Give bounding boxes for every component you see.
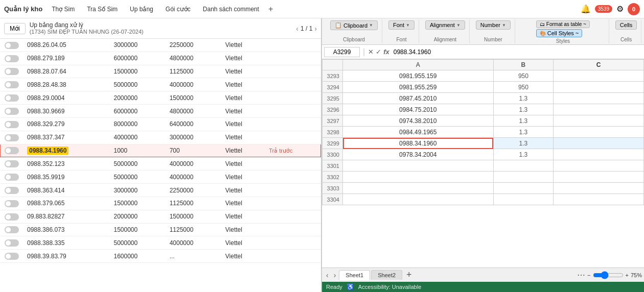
cell-a[interactable]: 0981.955.159 xyxy=(343,70,494,82)
row-toggle[interactable] xyxy=(1,131,24,144)
row-toggle[interactable] xyxy=(1,105,24,118)
cell-a[interactable] xyxy=(343,172,494,183)
col-header-a[interactable]: A xyxy=(343,60,494,70)
notification-count: 3539 xyxy=(595,5,612,13)
cell-b[interactable] xyxy=(493,183,554,194)
cell-b[interactable] xyxy=(493,172,554,183)
cells-button[interactable]: Cells xyxy=(615,20,637,30)
add-tab-button[interactable]: + xyxy=(268,5,273,14)
tab-sheet1[interactable]: Sheet1 xyxy=(339,270,370,280)
row-toggle[interactable] xyxy=(1,117,24,131)
cell-a[interactable]: 0981.955.259 xyxy=(343,82,494,93)
zoom-out-icon[interactable]: − xyxy=(587,272,590,278)
settings-icon[interactable]: ⚙ xyxy=(616,4,624,14)
row-toggle[interactable] xyxy=(1,171,24,184)
formula-input[interactable] xyxy=(392,47,642,57)
table-row: 0988.279.18960000004800000Viettel xyxy=(1,52,321,65)
clipboard-button[interactable]: 📋 Clipboard ▼ xyxy=(330,20,378,30)
cell-c[interactable] xyxy=(554,183,644,194)
cells-label: Cells xyxy=(620,37,632,42)
cell-styles-button[interactable]: 🎨 Cell Styles ~ xyxy=(536,29,582,37)
cell-a[interactable]: 0984.49.1965 xyxy=(343,127,494,138)
col-header-c[interactable]: C xyxy=(554,60,644,70)
cell-a[interactable]: 0978.34.2004 xyxy=(343,149,494,160)
price2: 4000000 xyxy=(166,171,221,184)
tab-sheet2[interactable]: Sheet2 xyxy=(371,270,402,280)
table-row: 0988.379.06515000001125000Viettel xyxy=(1,197,321,210)
row-toggle[interactable] xyxy=(1,250,24,263)
number-button[interactable]: Number ▼ xyxy=(476,20,511,30)
cell-a[interactable]: 0984.75.2010 xyxy=(343,104,494,115)
cell-a[interactable]: 0974.38.2010 xyxy=(343,115,494,127)
row-toggle[interactable] xyxy=(1,236,24,250)
insert-function-icon[interactable]: fx xyxy=(383,48,389,56)
cell-a[interactable] xyxy=(343,183,494,194)
cell-b[interactable]: 1.3 xyxy=(493,93,554,104)
cell-a[interactable]: 0987.45.2010 xyxy=(343,93,494,104)
confirm-formula-icon[interactable]: ✓ xyxy=(376,48,381,56)
cell-c[interactable] xyxy=(554,194,644,205)
cell-b[interactable]: 1.3 xyxy=(493,149,554,160)
cell-c[interactable] xyxy=(554,115,644,127)
cell-c[interactable] xyxy=(554,104,644,115)
format-table-button[interactable]: 🗂 Format as table ~ xyxy=(536,20,590,28)
cell-c[interactable] xyxy=(554,93,644,104)
cell-c[interactable] xyxy=(554,138,644,149)
cell-b[interactable]: 950 xyxy=(493,70,554,82)
row-toggle[interactable] xyxy=(1,144,24,157)
row-toggle[interactable] xyxy=(1,52,24,65)
cell-b[interactable]: 1.3 xyxy=(493,115,554,127)
right-panel: 📋 Clipboard ▼ Clipboard Font ▼ Font Alig… xyxy=(322,18,644,292)
cell-a[interactable] xyxy=(343,160,494,172)
add-sheet-button[interactable]: + xyxy=(403,270,415,280)
tab-next-button[interactable]: › xyxy=(332,270,338,280)
row-toggle[interactable] xyxy=(1,78,24,91)
nav-tho-sim[interactable]: Thợ Sim xyxy=(49,4,78,14)
notification-icon[interactable]: 🔔 xyxy=(581,4,591,14)
row-toggle[interactable] xyxy=(1,65,24,78)
cell-b[interactable] xyxy=(493,194,554,205)
cell-b[interactable]: 950 xyxy=(493,82,554,93)
cell-a[interactable]: 0988.34.1960 xyxy=(343,138,494,149)
cell-b[interactable]: 1.3 xyxy=(493,127,554,138)
cell-c[interactable] xyxy=(554,172,644,183)
row-toggle[interactable] xyxy=(1,91,24,105)
cell-b[interactable]: 1.3 xyxy=(493,104,554,115)
cancel-formula-icon[interactable]: ✕ xyxy=(368,48,374,56)
user-avatar[interactable]: 0 xyxy=(628,3,640,15)
cell-b[interactable]: 1.3 xyxy=(493,138,554,149)
table-row: 0988.35.991950000004000000Viettel xyxy=(1,171,321,184)
cell-c[interactable] xyxy=(554,149,644,160)
row-toggle[interactable] xyxy=(1,197,24,210)
nav-up-bang[interactable]: Up bảng xyxy=(127,4,156,14)
font-button[interactable]: Font ▼ xyxy=(388,20,415,30)
row-toggle[interactable] xyxy=(1,184,24,197)
col-header-b[interactable]: B xyxy=(493,60,554,70)
zoom-in-icon[interactable]: + xyxy=(626,272,629,278)
row-toggle[interactable] xyxy=(1,157,24,171)
spreadsheet-area[interactable]: A B C 32930981.955.15995032940981.955.25… xyxy=(322,59,644,267)
row-toggle[interactable] xyxy=(1,210,24,223)
zoom-slider[interactable] xyxy=(593,271,624,279)
tab-prev-button[interactable]: ‹ xyxy=(324,270,331,280)
row-toggle[interactable] xyxy=(1,223,24,236)
new-button[interactable]: Mới xyxy=(4,23,26,34)
next-page-button[interactable]: › xyxy=(314,25,317,33)
cell-a[interactable] xyxy=(343,194,494,205)
alignment-button[interactable]: Alignment ▼ xyxy=(425,20,465,30)
cell-reference-input[interactable] xyxy=(324,47,360,57)
nav-danh-sach-comment[interactable]: Danh sách comment xyxy=(200,4,262,14)
cell-c[interactable] xyxy=(554,70,644,82)
phone-number: 0988.352.123 xyxy=(23,157,110,171)
cell-c[interactable] xyxy=(554,160,644,172)
nav-goi-cuoc[interactable]: Gói cước xyxy=(163,4,194,14)
nav-tra-so-sim[interactable]: Tra Số Sim xyxy=(84,4,121,14)
accessibility-icon: ♿ xyxy=(347,283,354,290)
cell-b[interactable] xyxy=(493,160,554,172)
cell-c[interactable] xyxy=(554,82,644,93)
row-toggle[interactable] xyxy=(1,39,24,52)
prev-page-button[interactable]: ‹ xyxy=(296,25,298,33)
tab-more-button[interactable]: ⋯ xyxy=(577,270,585,280)
cell-c[interactable] xyxy=(554,127,644,138)
pagination: ‹ 1 / 1 › xyxy=(296,25,317,33)
